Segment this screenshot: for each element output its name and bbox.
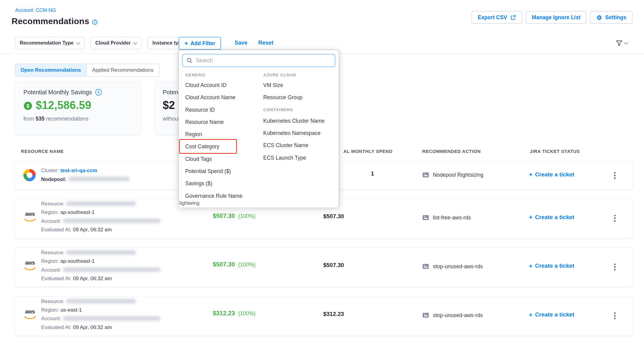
page-title: Recommendations bbox=[12, 16, 90, 26]
recommendations-page: Account: CCM-NG Recommendations Export C… bbox=[0, 0, 644, 340]
row-menu-button[interactable] bbox=[609, 262, 620, 272]
filter-option[interactable]: Cloud Account ID bbox=[185, 79, 263, 91]
recommendation-action-icon bbox=[422, 312, 429, 318]
cloud-provider-filter-chip[interactable]: Cloud Provider bbox=[90, 37, 142, 49]
recommendation-action-icon bbox=[422, 263, 429, 269]
filter-option[interactable]: Savings ($) bbox=[185, 177, 263, 190]
filter-option[interactable]: Region bbox=[185, 128, 263, 140]
action-cell: stop-unused-aws-rds bbox=[422, 312, 483, 318]
redacted-value bbox=[68, 177, 130, 181]
create-ticket-button[interactable]: + Create a ticket bbox=[529, 262, 575, 269]
redacted-value bbox=[63, 219, 160, 223]
filter-option[interactable]: Resource Group bbox=[263, 91, 339, 103]
savings-subtext: from 535 recommendations bbox=[24, 116, 133, 122]
resource-name-cell: Cluster:test-sri-qa-ccm Nodepool: bbox=[41, 167, 130, 184]
action-cell: stop-unused-aws-rds bbox=[422, 263, 483, 269]
region-value: ap-southeast-1 bbox=[60, 259, 95, 264]
row-text-fragment: lightwing bbox=[179, 200, 199, 206]
create-ticket-button[interactable]: + Create a ticket bbox=[529, 214, 575, 220]
resource-name-cell: Resource: Region:ap-southeast-1 Account:… bbox=[41, 248, 160, 283]
action-label: list-free-aws-rds bbox=[433, 215, 471, 221]
search-icon bbox=[186, 57, 192, 63]
row-menu-button[interactable] bbox=[609, 170, 620, 181]
recommendation-type-filter-chip[interactable]: Recommendation Type bbox=[15, 37, 85, 49]
filter-option[interactable]: Cloud Account Name bbox=[185, 91, 263, 103]
redacted-value bbox=[66, 250, 136, 255]
header-actions: Export CSV Manage Ignore List ⚙ Settings bbox=[472, 11, 633, 24]
tab-applied-recommendations[interactable]: Applied Recommendations bbox=[86, 64, 159, 76]
add-filter-button[interactable]: + Add Filter bbox=[179, 37, 221, 50]
group-heading-containers: CONTAINERS bbox=[263, 107, 339, 112]
filter-option[interactable]: Cloud Tags bbox=[185, 153, 263, 165]
cluster-name-link[interactable]: test-sri-qa-ccm bbox=[60, 168, 97, 174]
evaluated-at-label: Evaluated At: bbox=[41, 324, 71, 330]
filter-option-label: Cost Category bbox=[185, 143, 219, 150]
row-menu-button[interactable] bbox=[609, 213, 620, 223]
save-filter-button[interactable]: Save bbox=[235, 40, 247, 46]
potential-monthly-savings-card: Potential Monthly Savings ? $ $12,586.59… bbox=[15, 81, 141, 135]
filter-option[interactable]: ECS Launch Type bbox=[263, 151, 339, 164]
manage-ignore-list-label: Manage Ignore List bbox=[532, 14, 580, 20]
funnel-icon bbox=[616, 40, 623, 46]
filter-option[interactable]: Resource ID bbox=[185, 103, 263, 116]
filter-option[interactable]: Kubernetes Cluster Name bbox=[263, 114, 339, 127]
plus-icon: + bbox=[185, 40, 188, 46]
aws-icon: aws bbox=[23, 260, 37, 272]
redacted-value bbox=[63, 267, 160, 272]
account-label: Account: bbox=[41, 267, 61, 273]
nodepool-label: Nodepool: bbox=[41, 176, 66, 182]
action-cell: list-free-aws-rds bbox=[422, 215, 471, 221]
manage-ignore-list-button[interactable]: Manage Ignore List bbox=[526, 11, 587, 24]
account-label: Account: bbox=[41, 218, 61, 224]
savings-percent: (100%) bbox=[238, 213, 255, 219]
savings-cell: $507.30 (100%) bbox=[213, 212, 255, 219]
row-menu-button[interactable] bbox=[609, 310, 620, 321]
chevron-down-icon bbox=[134, 40, 137, 44]
gear-icon: ⚙ bbox=[596, 14, 602, 20]
svg-text:$: $ bbox=[27, 103, 29, 108]
group-heading-generic: GENERIC bbox=[185, 73, 263, 77]
col-header-monthly-spend: AL MONTHLY SPEND bbox=[343, 149, 393, 154]
create-ticket-label: Create a ticket bbox=[535, 171, 574, 178]
region-label: Region: bbox=[41, 307, 59, 313]
table-row[interactable]: aws Resource: Region:ap-southeast-1 Acco… bbox=[15, 248, 632, 287]
create-ticket-button[interactable]: + Create a ticket bbox=[529, 311, 575, 318]
region-value: ap-southeast-1 bbox=[60, 210, 95, 215]
savings-percent: (100%) bbox=[238, 310, 255, 316]
resource-label: Resource: bbox=[41, 201, 64, 207]
action-cell: Nodepool Rightsizing bbox=[422, 172, 483, 178]
filter-option[interactable]: Resource Name bbox=[185, 116, 263, 128]
savings-cell: $312.23 (100%) bbox=[213, 310, 255, 317]
tab-open-recommendations[interactable]: Open Recommendations bbox=[15, 64, 86, 76]
export-csv-button[interactable]: Export CSV bbox=[472, 11, 522, 24]
settings-button[interactable]: ⚙ Settings bbox=[590, 11, 632, 24]
reset-filter-button[interactable]: Reset bbox=[258, 40, 273, 46]
filter-option-cost-category[interactable]: Cost Category bbox=[185, 140, 263, 153]
account-label: Account: bbox=[41, 316, 61, 322]
filter-option[interactable]: Kubernetes Namespace bbox=[263, 127, 339, 139]
filter-option[interactable]: Potential Spend ($) bbox=[185, 165, 263, 177]
plus-icon: + bbox=[529, 312, 533, 318]
action-label: Nodepool Rightsizing bbox=[433, 172, 483, 178]
savings-value: $12,586.59 bbox=[36, 99, 91, 112]
filter-option[interactable]: ECS Cluster Name bbox=[263, 139, 339, 151]
create-ticket-button[interactable]: + Create a ticket bbox=[529, 171, 575, 178]
evaluated-at-label: Evaluated At: bbox=[41, 276, 71, 281]
filter-panel-button[interactable] bbox=[616, 40, 628, 46]
region-label: Region: bbox=[41, 259, 59, 264]
redacted-value bbox=[66, 299, 136, 304]
savings-value: $507.30 bbox=[213, 261, 235, 268]
cluster-label: Cluster: bbox=[41, 168, 59, 174]
filter-option[interactable]: VM Size bbox=[263, 79, 339, 91]
filter-chip-row: Recommendation Type Cloud Provider Insta… bbox=[15, 37, 196, 49]
resource-label: Resource: bbox=[41, 298, 64, 304]
table-row[interactable]: aws Resource: Region:us-east-1 Account: … bbox=[15, 297, 632, 336]
info-icon[interactable] bbox=[92, 19, 98, 25]
col-header-resource-name: RESOURCE NAME bbox=[21, 149, 64, 154]
savings-value: $312.23 bbox=[213, 310, 235, 317]
savings-icon: $ bbox=[24, 101, 33, 110]
question-icon[interactable]: ? bbox=[95, 89, 102, 96]
filter-search-input[interactable] bbox=[182, 54, 335, 67]
action-label: stop-unused-aws-rds bbox=[433, 263, 483, 269]
account-breadcrumb-link[interactable]: Account: CCM-NG bbox=[15, 7, 56, 13]
